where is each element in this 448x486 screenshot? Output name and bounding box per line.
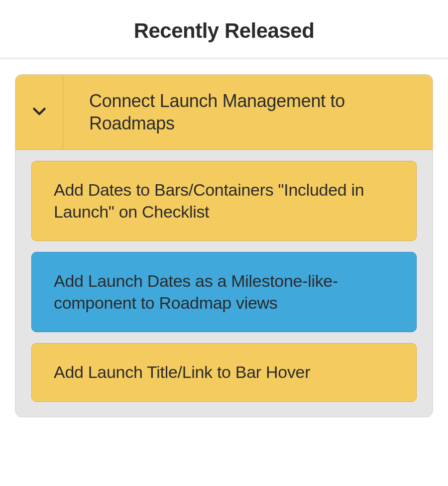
card-label: Add Launch Title/Link to Bar Hover — [54, 363, 310, 381]
card-item[interactable]: Add Launch Title/Link to Bar Hover — [31, 343, 417, 402]
card-label: Add Dates to Bars/Containers "Included i… — [54, 180, 364, 221]
page-root: Recently Released Connect Launch Managem… — [0, 0, 448, 486]
page-title: Recently Released — [0, 19, 448, 43]
page-header: Recently Released — [0, 0, 448, 58]
chevron-down-icon — [30, 102, 48, 122]
group-panel: Connect Launch Management to Roadmaps Ad… — [15, 74, 433, 417]
group-header[interactable]: Connect Launch Management to Roadmaps — [15, 75, 433, 150]
card-item[interactable]: Add Launch Dates as a Milestone-like-com… — [31, 252, 417, 332]
card-label: Add Launch Dates as a Milestone-like-com… — [54, 271, 338, 312]
card-item[interactable]: Add Dates to Bars/Containers "Included i… — [31, 161, 417, 241]
group-title: Connect Launch Management to Roadmaps — [63, 75, 433, 149]
cards-list: Add Dates to Bars/Containers "Included i… — [15, 150, 433, 417]
group-collapse-toggle[interactable] — [15, 75, 63, 149]
